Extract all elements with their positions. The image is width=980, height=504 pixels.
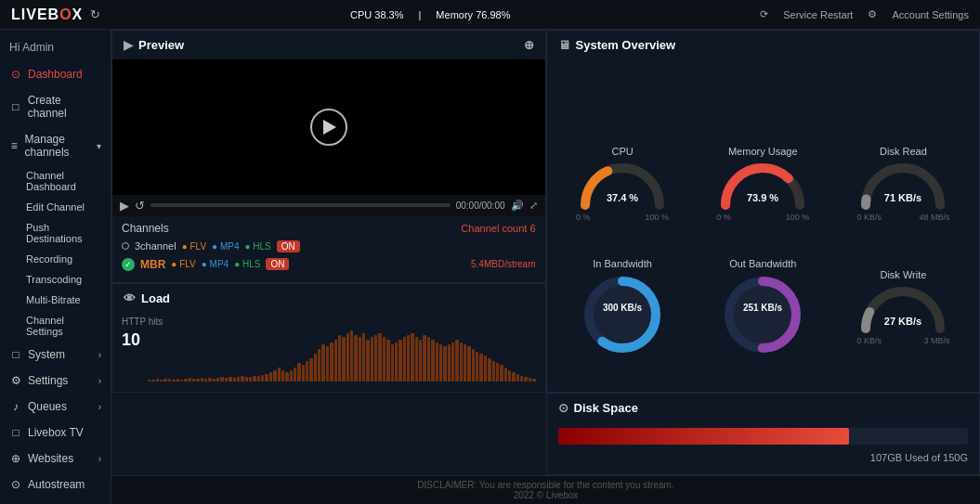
gauges-container: CPU 37.4 % 0 %100 % M [547,59,980,392]
main-grid: ▶ Preview ⊕ ▶ ↺ 00:00/00:00 🔊 ⤢ [111,30,980,475]
chart-bar [180,380,183,381]
chart-bar [237,377,240,381]
chart-bar [436,342,438,381]
sidebar-item-autostream[interactable]: ⊙ Autostream [0,472,111,498]
chart-bar [359,337,361,381]
chart-bar [189,378,191,381]
load-value: 10 [122,330,140,350]
channel-format-hls: ● HLS [244,241,270,252]
chart-bar [451,342,454,381]
chart-bar [285,372,288,381]
video-controls: ▶ ↺ 00:00/00:00 🔊 ⤢ [112,195,545,216]
chart-bar [225,378,228,381]
chart-bar [439,344,442,381]
sidebar-item-channel-settings[interactable]: Channel Settings [17,310,111,342]
sidebar-greeting: Hi Admin [0,30,111,61]
chart-bar [350,330,353,381]
gauge-disk-write: Disk Write 27 KB/s 0 KB/s3 MB/s [835,269,972,345]
svg-text:37.4 %: 37.4 % [607,192,638,203]
sidebar-item-create-channel[interactable]: □ Create channel [0,87,111,126]
sidebar-item-recording[interactable]: Recording [17,249,111,269]
system-overview-title: 🖥 System Overview [547,31,980,59]
sidebar-item-dashboard[interactable]: ⊙ Dashboard [0,61,111,87]
sidebar-item-transcoding[interactable]: Transcoding [17,269,111,290]
sidebar-item-livebox-tv[interactable]: □ Livebox TV [0,420,111,446]
sidebar-item-websites[interactable]: ⊕ Websites › [0,446,111,472]
create-channel-icon: □ [9,100,22,113]
chart-bar [278,368,281,381]
load-panel: 👁 Load HTTP hits 10 [111,283,546,394]
chart-bar [326,346,329,381]
sidebar-item-settings[interactable]: ⚙ Settings › [0,368,111,394]
livebox-tv-icon: □ [9,426,22,439]
load-icon: 👁 [124,291,136,305]
preview-icon: ▶ [124,38,133,52]
channel-row-3channel: 3channel ● FLV ● MP4 ● HLS ON [122,240,536,252]
channel-mbr-flv: ● FLV [171,259,195,269]
chart-bar [366,340,369,381]
gauge-cpu-label: CPU [611,146,633,157]
gauge-in-bw-label: In Bandwidth [593,258,652,269]
chart-bar [395,342,398,381]
websites-arrow: › [98,454,101,464]
system-overview-panel: 🖥 System Overview CPU 37.4 % [546,30,981,393]
progress-bar[interactable] [150,203,451,207]
chart-bar [201,378,203,381]
channel-active-indicator: ✓ [122,258,135,271]
sidebar-item-channel-dashboard[interactable]: Channel Dashboard [17,165,111,197]
chart-bar [233,378,236,381]
prev-icon[interactable]: ↺ [135,199,145,213]
chart-bar [196,379,199,381]
gauge-memory-svg: 73.9 % [716,159,809,213]
chart-bar [423,335,425,381]
chart-bar [383,337,385,381]
channel-badge: ON [277,240,300,252]
account-settings-link[interactable]: Account Settings [892,9,969,20]
topbar: LIVEBOX ↻ CPU 38.3% | Memory 76.98% ⟳ Se… [0,0,980,30]
system-icon: □ [9,348,22,361]
chart-bar [460,342,463,381]
sidebar-item-edit-channel[interactable]: Edit Channel [17,197,111,217]
expand-icon[interactable]: ⤢ [529,200,538,212]
channel-mbr-badge: ON [266,258,289,270]
chart-bar [399,340,401,381]
video-area[interactable] [112,59,545,195]
chart-bar [431,340,434,381]
chart-bar [386,340,389,381]
chart-bar [172,380,175,381]
sidebar-item-push-destinations[interactable]: Push Destinations [17,217,111,249]
sidebar-item-apps[interactable]: ⊞ 88 Apps › [0,498,111,504]
svg-text:27 KB/s: 27 KB/s [884,316,921,327]
chart-bar [378,333,381,381]
chart-bar [269,372,272,381]
disk-info: 107GB Used of 150G [547,450,980,465]
volume-icon[interactable]: 🔊 [511,200,524,212]
chart-bar [520,376,523,381]
preview-panel: ▶ Preview ⊕ ▶ ↺ 00:00/00:00 🔊 ⤢ [111,30,546,283]
sidebar-item-multi-bitrate[interactable]: Multi-Bitrate [17,290,111,310]
play-pause-icon[interactable]: ▶ [120,199,129,213]
chart-bar [216,378,219,381]
chart-bar [273,370,276,381]
preview-fullscreen-icon[interactable]: ⊕ [524,38,534,52]
service-restart-link[interactable]: Service Restart [783,9,853,20]
chart-bar [241,376,243,381]
topbar-stats: CPU 38.3% | Memory 76.98% [350,9,510,20]
play-button[interactable] [310,109,347,146]
chart-bar [220,377,223,381]
chart-bar [496,363,499,381]
sidebar-item-manage-channels[interactable]: ≡ Manage channels ▾ [0,126,111,165]
memory-stat: Memory 76.98% [436,9,510,20]
gauge-disk-read-svg: 71 KB/s [856,159,949,213]
channel-name-mbr: MBR [140,258,165,271]
footer: DISCLAIMER: You are responsible for the … [111,475,980,504]
channel-mbr-mp4: ● MP4 [202,259,229,269]
chart-bar [208,378,211,381]
chart-bar [338,335,341,381]
chart-bar [427,337,430,381]
chart-bar [265,374,268,381]
sidebar-item-system[interactable]: □ System › [0,342,111,368]
sidebar-item-queues[interactable]: ♪ Queues › [0,394,111,420]
gauge-cpu: CPU 37.4 % 0 %100 % [555,146,691,222]
refresh-icon[interactable]: ↻ [90,7,100,21]
